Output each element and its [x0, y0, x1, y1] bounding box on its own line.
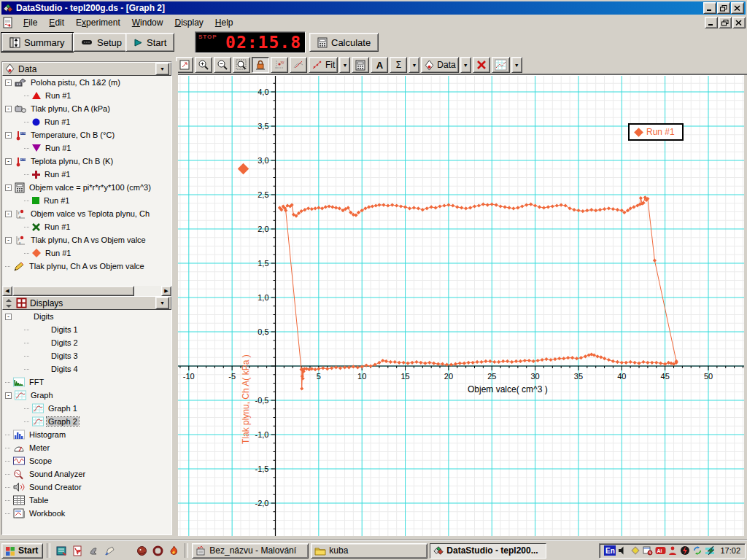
yellow-diamond-icon[interactable] [630, 545, 641, 556]
text-annotation-button[interactable]: A [371, 57, 388, 73]
title-bar[interactable]: DataStudio - tepl200g.ds - [Graph 2] [1, 1, 746, 15]
expand-toggle[interactable]: - [5, 211, 12, 217]
data-tree-hscrollbar[interactable]: ◀ ▶ [2, 286, 171, 296]
tree-item-run-1[interactable]: Run #1 [2, 89, 171, 102]
expand-toggle[interactable]: - [5, 106, 12, 112]
tree-item-fft[interactable]: FFT [2, 376, 171, 389]
tree-item-digits-4[interactable]: 3.14Digits 4 [2, 362, 171, 376]
menu-file[interactable]: File [18, 15, 43, 30]
tree-item-objem-valce-pi-r-r-y-100-cm-3-[interactable]: -Objem valce = pi*r*r*y*100 (cm^3) [2, 181, 171, 194]
notes-icon[interactable] [54, 543, 69, 558]
statistics-button-dropdown[interactable]: ▼ [409, 57, 419, 73]
delete-button[interactable] [473, 57, 490, 73]
menu-experiment[interactable]: Experiment [70, 15, 126, 30]
tree-item-graph-2[interactable]: Graph 2 [2, 415, 171, 428]
x-axis-label[interactable]: Objem valce( cm^3 ) [468, 384, 548, 394]
calculate-button[interactable]: Calculate [309, 33, 379, 52]
expand-toggle[interactable]: - [5, 392, 12, 399]
expand-toggle[interactable]: - [5, 184, 12, 191]
tree-item-digits[interactable]: -3.14Digits [2, 310, 171, 323]
graph-settings-button-dropdown[interactable]: ▼ [511, 57, 522, 73]
task-button-datastudio-tepl200-[interactable]: DataStudio - tepl200... [430, 543, 546, 559]
fit-menu-button-dropdown[interactable]: ▼ [339, 57, 350, 73]
tree-item-graph[interactable]: -Graph [2, 389, 171, 402]
y-axis-label[interactable]: Tlak plynu, Ch A( kPa ) [241, 354, 251, 444]
zoom-select-button[interactable] [233, 57, 250, 73]
tree-item-run-1[interactable]: Run #1 [2, 168, 171, 181]
tree-item-sound-creator[interactable]: Sound Creator [2, 481, 171, 494]
lightning-icon[interactable] [679, 545, 691, 556]
menu-window[interactable]: Window [126, 15, 169, 30]
tree-item-tlak-plynu-ch-a-vs-objem-valce[interactable]: Tlak plynu, Ch A vs Objem valce [2, 260, 171, 273]
tree-item-temperature-ch-b-c-[interactable]: -KTDTemperature, Ch B (°C) [2, 128, 171, 141]
child-restore-button[interactable] [719, 17, 732, 28]
acrobat-icon[interactable] [70, 543, 85, 558]
tree-item-sound-analyzer[interactable]: Sound Analyzer [2, 467, 171, 481]
expand-toggle[interactable]: - [5, 158, 12, 165]
expand-toggle[interactable]: - [5, 237, 12, 244]
tree-item-digits-2[interactable]: 3.14Digits 2 [2, 336, 171, 349]
close-button[interactable] [731, 2, 744, 14]
zoom-out-button[interactable] [214, 57, 231, 73]
language-indicator[interactable]: En [604, 545, 616, 556]
tree-item-table[interactable]: Table [2, 494, 171, 507]
child-close-button[interactable] [732, 17, 746, 28]
setup-button[interactable]: Setup [73, 33, 130, 52]
sync-arrows-icon[interactable] [692, 545, 703, 556]
tree-item-tlak-plynu-ch-a-kpa-[interactable]: -Tlak plynu, Ch A (kPa) [2, 102, 171, 115]
tree-item-run-1[interactable]: Run #1 [2, 246, 171, 260]
opera-icon[interactable] [150, 543, 165, 558]
task-button-bez-n-zvu-malov-n-[interactable]: Bez_názvu - Malování [192, 543, 309, 559]
tree-item-scope[interactable]: Scope [2, 454, 171, 467]
calculator-icon[interactable] [118, 543, 133, 558]
red-man-icon[interactable] [667, 545, 678, 556]
expand-toggle[interactable]: - [5, 132, 12, 139]
displays-panel-dropdown[interactable]: ▼ [155, 297, 169, 309]
ati-icon[interactable]: Ai [654, 545, 666, 556]
tree-item-run-1[interactable]: Run #1 [2, 141, 171, 155]
tree-item-digits-1[interactable]: 3.14Digits 1 [2, 323, 171, 336]
scale-to-fit-button[interactable] [176, 57, 193, 73]
summary-button[interactable]: Summary [1, 33, 73, 52]
start-menu-button[interactable]: Start [1, 543, 43, 559]
child-minimize-button[interactable] [705, 17, 718, 28]
scroll-thumb[interactable] [12, 286, 134, 296]
pen-icon[interactable] [102, 543, 117, 558]
calculate-tool-button[interactable] [352, 57, 369, 73]
modem-icon[interactable] [704, 545, 716, 556]
volume-icon[interactable] [617, 545, 629, 556]
data-menu-button[interactable]: Data [421, 57, 458, 73]
statistics-button[interactable]: Σ [390, 57, 407, 73]
chart-canvas[interactable]: -10-551015202530354045504,03,53,02,52,01… [178, 76, 744, 536]
panel-splitter-icon[interactable] [4, 298, 13, 308]
bird-icon[interactable] [86, 543, 101, 558]
zoom-in-button[interactable] [195, 57, 212, 73]
tree-item-run-1[interactable]: Run #1 [2, 115, 171, 128]
displays-panel-header[interactable]: Displays ▼ [2, 296, 171, 310]
legend[interactable]: Run #1 [628, 123, 684, 141]
restore-button[interactable] [717, 2, 730, 14]
menu-display[interactable]: Display [169, 15, 209, 30]
smart-tool-button[interactable]: xy [271, 57, 288, 73]
scheduler-icon[interactable] [642, 545, 654, 556]
dragon-icon[interactable] [134, 543, 149, 558]
menu-edit[interactable]: Edit [43, 15, 70, 30]
tree-item-graph-1[interactable]: Graph 1 [2, 402, 171, 415]
zoom-lock-button[interactable] [252, 57, 269, 73]
tree-item-poloha-pistu-ch-1-2-m-[interactable]: -Poloha pistu, Ch 1&2 (m) [2, 76, 171, 89]
slope-tool-button[interactable] [290, 57, 307, 73]
tree-item-histogram[interactable]: Histogram [2, 428, 171, 441]
tree-item-teplota-plynu-ch-b-k-[interactable]: -KTDTeplota plynu, Ch B (K) [2, 155, 171, 168]
data-panel-header[interactable]: Data ▼ [2, 62, 171, 76]
document-icon[interactable] [3, 17, 13, 28]
menu-help[interactable]: Help [209, 15, 239, 30]
tree-item-tlak-plynu-ch-a-vs-objem-valce[interactable]: -yxTlak plynu, Ch A vs Objem valce [2, 233, 171, 246]
graph-settings-button[interactable] [492, 57, 510, 73]
data-panel-dropdown[interactable]: ▼ [155, 63, 169, 75]
scroll-right-button[interactable]: ▶ [161, 286, 171, 296]
scroll-left-button[interactable]: ◀ [2, 286, 12, 296]
start-recording-button[interactable]: Start [125, 33, 174, 52]
task-button-kuba[interactable]: kuba [311, 543, 427, 559]
tree-item-workbook[interactable]: Workbook [2, 507, 171, 520]
series-line-upper-isotherm-and-right-drop[interactable] [279, 198, 676, 362]
